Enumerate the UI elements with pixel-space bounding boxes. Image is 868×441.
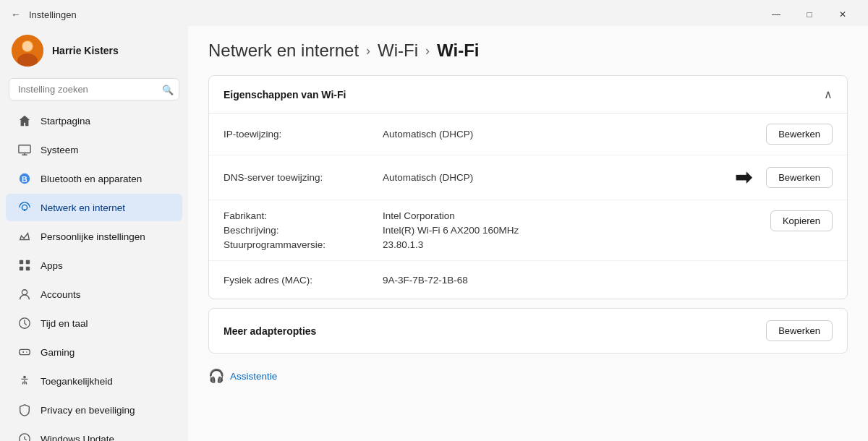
sidebar-item-apps[interactable]: Apps	[6, 252, 182, 279]
breadcrumb: Netwerk en internet › Wi-Fi › Wi-Fi	[208, 40, 848, 61]
accounts-icon	[17, 287, 32, 301]
sidebar-item-systeem[interactable]: Systeem	[6, 136, 182, 163]
bluetooth-icon: B	[17, 171, 32, 186]
title-bar: ← Instellingen — □ ✕	[0, 0, 868, 26]
sidebar-item-tijd[interactable]: Tijd en taal	[6, 309, 182, 337]
assistentie-row[interactable]: 🎧 Assistentie	[208, 365, 848, 387]
breadcrumb-item-3: Wi-Fi	[437, 40, 479, 61]
sidebar-item-accounts[interactable]: Accounts	[6, 281, 182, 308]
svg-rect-11	[26, 267, 30, 270]
ip-label: IP-toewijzing:	[224, 129, 383, 140]
copy-button[interactable]: Kopieren	[770, 210, 833, 231]
dns-label: DNS-server toewijzing:	[224, 172, 383, 183]
sidebar-label-apps: Apps	[41, 260, 63, 271]
sidebar-label-startpagina: Startpagina	[41, 116, 90, 127]
main-content: Netwerk en internet › Wi-Fi › Wi-Fi Eige…	[188, 26, 868, 441]
sidebar-item-startpagina[interactable]: Startpagina	[6, 107, 182, 134]
svg-text:B: B	[22, 175, 27, 184]
maximize-button[interactable]: □	[793, 3, 826, 26]
tijd-icon	[17, 316, 32, 330]
detail-rows: Fabrikant: Intel Corporation Beschrijvin…	[209, 200, 847, 261]
svg-rect-4	[19, 145, 30, 153]
sidebar-label-windows-update: Windows Update	[41, 434, 114, 442]
privacy-icon	[17, 403, 32, 417]
sidebar-item-gaming[interactable]: Gaming	[6, 338, 182, 366]
wifi-properties-title: Eigenschappen van Wi-Fi	[224, 89, 346, 100]
svg-point-7	[24, 209, 26, 211]
sidebar-label-tijd: Tijd en taal	[41, 318, 88, 329]
ip-value: Automatisch (DHCP)	[383, 129, 766, 140]
minimize-button[interactable]: —	[760, 3, 793, 26]
apps-icon	[17, 258, 32, 273]
mac-row: Fysiek adres (MAC): 9A-3F-7B-72-1B-68	[209, 261, 847, 299]
sidebar-label-bluetooth: Bluetooth en apparaten	[41, 174, 142, 184]
adapter-edit-button[interactable]: Bewerken	[766, 320, 833, 341]
search-box: 🔍	[9, 78, 179, 100]
avatar	[12, 35, 43, 67]
search-icon: 🔍	[162, 84, 174, 95]
svg-point-12	[22, 290, 27, 295]
breadcrumb-item-2: Wi-Fi	[378, 40, 418, 61]
sidebar-label-privacy: Privacy en beveiliging	[41, 405, 135, 416]
assistentie-icon: 🎧	[208, 368, 224, 384]
user-name: Harrie Kisters	[52, 45, 119, 56]
back-button[interactable]: ←	[9, 7, 23, 22]
ip-edit-button[interactable]: Bewerken	[766, 124, 833, 145]
sidebar-item-bluetooth[interactable]: B Bluetooth en apparaten	[6, 165, 182, 192]
search-input[interactable]	[9, 78, 179, 100]
dns-row: DNS-server toewijzing: Automatisch (DHCP…	[209, 155, 847, 200]
adapter-title: Meer adapteropties	[224, 325, 316, 337]
dns-value: Automatisch (DHCP)	[383, 172, 735, 183]
beschrijving-label: Beschrijving:	[224, 225, 383, 236]
arrow-icon: ➡	[735, 166, 752, 189]
svg-rect-8	[20, 260, 23, 264]
windows-update-icon	[17, 432, 32, 441]
sidebar: Harrie Kisters 🔍 Startpagina Systeem B B…	[0, 26, 188, 441]
sidebar-label-systeem: Systeem	[41, 145, 79, 155]
startpagina-icon	[17, 114, 32, 128]
adapter-card: Meer adapteropties Bewerken	[208, 308, 848, 354]
sidebar-label-persoonlijk: Persoonlijke instellingen	[41, 231, 145, 242]
mac-label: Fysiek adres (MAC):	[224, 275, 383, 286]
netwerk-icon	[17, 200, 32, 215]
dns-action: ➡ Bewerken	[735, 166, 833, 189]
fabrikant-label: Fabrikant:	[224, 210, 383, 221]
systeem-icon	[17, 142, 32, 157]
dns-edit-button[interactable]: Bewerken	[766, 167, 833, 188]
collapse-button[interactable]: ∧	[824, 87, 833, 101]
sidebar-label-toegankelijkheid: Toegankelijkheid	[41, 376, 113, 387]
wifi-properties-header: Eigenschappen van Wi-Fi ∧	[209, 76, 847, 114]
persoonlijk-icon	[17, 229, 32, 244]
stuurprogramma-label: Stuurprogrammaversie:	[224, 239, 383, 250]
fabrikant-value: Intel Corporation	[383, 210, 759, 221]
gaming-icon	[17, 345, 32, 359]
svg-rect-9	[26, 260, 30, 264]
sidebar-item-windows-update[interactable]: Windows Update	[6, 425, 182, 441]
assistentie-label: Assistentie	[230, 371, 277, 382]
ip-row: IP-toewijzing: Automatisch (DHCP) Bewerk…	[209, 114, 847, 155]
toegankelijkheid-icon	[17, 374, 32, 388]
svg-point-15	[23, 376, 26, 379]
wifi-properties-card: Eigenschappen van Wi-Fi ∧ IP-toewijzing:…	[208, 75, 848, 299]
sidebar-label-netwerk: Netwerk en internet	[41, 202, 125, 213]
close-button[interactable]: ✕	[826, 3, 859, 26]
svg-point-3	[22, 41, 33, 51]
ip-action: Bewerken	[766, 124, 833, 145]
user-section: Harrie Kisters	[0, 26, 188, 78]
window-controls: — □ ✕	[760, 3, 859, 26]
mac-value: 9A-3F-7B-72-1B-68	[383, 275, 833, 286]
stuurprogramma-value: 23.80.1.3	[383, 239, 759, 250]
beschrijving-value: Intel(R) Wi-Fi 6 AX200 160MHz	[383, 225, 759, 236]
sidebar-item-netwerk[interactable]: Netwerk en internet	[6, 194, 182, 221]
svg-rect-10	[20, 267, 23, 270]
sidebar-item-privacy[interactable]: Privacy en beveiliging	[6, 396, 182, 424]
breadcrumb-sep-1: ›	[366, 43, 370, 59]
breadcrumb-item-1: Netwerk en internet	[208, 40, 359, 61]
sidebar-item-toegankelijkheid[interactable]: Toegankelijkheid	[6, 367, 182, 395]
title-bar-title: Instellingen	[29, 9, 77, 20]
sidebar-item-persoonlijk[interactable]: Persoonlijke instellingen	[6, 223, 182, 250]
svg-rect-14	[20, 349, 30, 354]
breadcrumb-sep-2: ›	[425, 43, 430, 59]
sidebar-label-gaming: Gaming	[41, 347, 75, 358]
sidebar-label-accounts: Accounts	[41, 289, 81, 300]
